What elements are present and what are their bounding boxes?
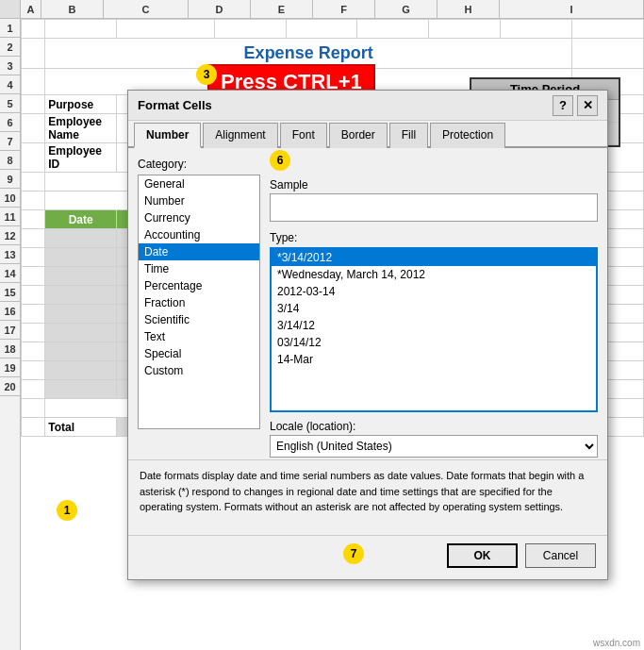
cat-number[interactable]: Number	[139, 192, 259, 209]
step-7-bubble: 7	[343, 543, 364, 564]
dialog-description: Date formats display date and time seria…	[128, 459, 607, 535]
row-11: 11	[0, 208, 20, 226]
row-13: 13	[0, 245, 20, 264]
row-15: 15	[0, 283, 20, 302]
cell-a14	[22, 305, 45, 324]
cell-d1	[214, 20, 286, 39]
col-d: D	[189, 0, 251, 18]
column-headers: A B C D E F G H I	[0, 0, 644, 19]
cell-a13	[22, 286, 45, 305]
cat-general[interactable]: General	[139, 175, 259, 192]
cat-fraction[interactable]: Fraction	[139, 294, 259, 311]
type-date-7[interactable]: 14-Mar	[272, 351, 596, 368]
col-a: A	[21, 0, 41, 18]
type-date-5[interactable]: 3/14/12	[272, 317, 596, 334]
cat-percentage[interactable]: Percentage	[139, 277, 259, 294]
type-date-3[interactable]: 2012-03-14	[272, 283, 596, 300]
date-17[interactable]	[45, 361, 117, 380]
date-12[interactable]	[45, 267, 117, 286]
type-date-6[interactable]: 03/14/12	[272, 334, 596, 351]
cell-f1	[357, 20, 429, 39]
cell-a10	[22, 229, 45, 248]
row-headers: 1 2 3 4 5 6 7 8 9 10 11 12 13 14 15 16 1…	[0, 19, 21, 650]
cell-a19	[22, 399, 45, 418]
step-6-bubble: 6	[270, 150, 290, 171]
employee-id-label: Employee ID	[45, 143, 117, 173]
corner-cell	[0, 0, 21, 18]
row-5: 5	[0, 94, 20, 113]
row-10: 10	[0, 189, 20, 208]
dialog-tabs: Number Alignment Font Border Fill Protec…	[128, 121, 607, 148]
tab-border[interactable]: Border	[329, 123, 388, 148]
cell-a7	[22, 173, 45, 192]
tab-protection[interactable]: Protection	[430, 123, 505, 148]
col-h: H	[438, 0, 500, 18]
tab-font[interactable]: Font	[280, 123, 327, 148]
tab-fill[interactable]: Fill	[389, 123, 428, 148]
type-date-2[interactable]: *Wednesday, March 14, 2012	[272, 266, 596, 283]
row-1: 1	[0, 19, 20, 38]
dialog-close-button[interactable]: ✕	[577, 95, 598, 116]
locale-select[interactable]: English (United States)	[270, 435, 598, 458]
watermark: wsxdn.com	[593, 638, 640, 648]
col-b: B	[41, 0, 104, 18]
date-14[interactable]	[45, 305, 117, 324]
cat-accounting[interactable]: Accounting	[139, 226, 259, 243]
cat-text[interactable]: Text	[139, 328, 259, 345]
col-e: E	[251, 0, 313, 18]
sample-box	[270, 193, 598, 222]
col-i: I	[500, 0, 644, 18]
row-17: 17	[0, 321, 20, 340]
expense-title: Expense Report	[48, 40, 569, 67]
row-8: 8	[0, 151, 20, 170]
row-12: 12	[0, 226, 20, 245]
type-label: Type:	[270, 231, 598, 244]
tab-alignment[interactable]: Alignment	[203, 123, 277, 148]
cell-a2	[22, 39, 45, 69]
row-4: 4	[0, 75, 20, 94]
date-header: Date	[45, 210, 117, 229]
row-2: 2	[0, 38, 20, 57]
type-date-4[interactable]: 3/14	[272, 300, 596, 317]
cat-special[interactable]: Special	[139, 345, 259, 362]
ok-button[interactable]: OK	[447, 543, 518, 568]
row-14: 14	[0, 264, 20, 283]
cat-custom[interactable]: Custom	[139, 362, 259, 379]
cell-i1	[572, 20, 644, 39]
dialog-help-button[interactable]: ?	[553, 95, 573, 116]
type-date-1[interactable]: *3/14/2012	[272, 249, 596, 266]
cell-a17	[22, 361, 45, 380]
cat-currency[interactable]: Currency	[139, 209, 259, 226]
date-11[interactable]	[45, 248, 117, 267]
cell-a8	[22, 192, 45, 210]
date-10[interactable]	[45, 229, 117, 248]
row-6: 6	[0, 113, 20, 132]
date-18[interactable]	[45, 380, 117, 399]
dialog-footer: 7 OK Cancel	[128, 535, 607, 575]
cell-a20	[22, 418, 45, 437]
date-13[interactable]	[45, 286, 117, 305]
cell-a1	[22, 20, 45, 39]
cell-a18	[22, 380, 45, 399]
tab-number[interactable]: Number	[134, 123, 201, 148]
date-15[interactable]	[45, 324, 117, 342]
cell-c1	[117, 20, 214, 39]
cell-a9	[22, 210, 45, 229]
cat-time[interactable]: Time	[139, 260, 259, 277]
row-20: 20	[0, 377, 20, 396]
cell-h1	[501, 20, 572, 39]
col-g: G	[375, 0, 438, 18]
cell-g1	[429, 20, 501, 39]
cell-a5	[22, 114, 45, 143]
cat-date[interactable]: Date	[139, 243, 259, 260]
cancel-button[interactable]: Cancel	[525, 543, 596, 568]
row-19: 19	[0, 358, 20, 377]
date-16[interactable]	[45, 342, 117, 361]
category-label: Category:	[138, 158, 260, 171]
category-list[interactable]: General Number Currency Accounting Date …	[138, 175, 260, 429]
total-label: Total	[45, 418, 117, 437]
type-list[interactable]: *3/14/2012 *Wednesday, March 14, 2012 20…	[272, 249, 596, 410]
cat-scientific[interactable]: Scientific	[139, 311, 259, 328]
cell-a3	[22, 69, 45, 95]
step-3-bubble: 3	[196, 64, 217, 85]
